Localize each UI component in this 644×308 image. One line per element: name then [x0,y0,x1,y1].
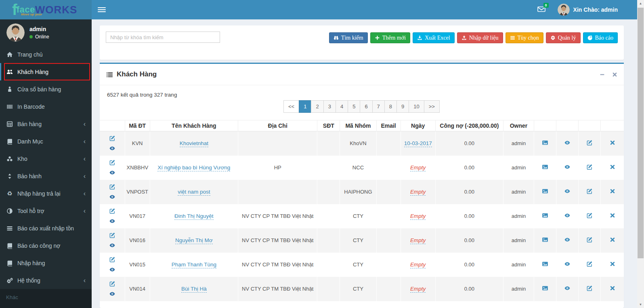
sidebar-item-bao-cao-cong-no[interactable]: Báo cáo công nợ [0,237,92,254]
nhap-du-lieu-button[interactable]: Nhập dữ liệu [457,32,503,43]
pagination-next[interactable]: >> [424,100,440,113]
image-icon[interactable] [542,188,548,194]
date-empty-link[interactable]: Empty [410,165,426,171]
date-empty-link[interactable]: Empty [410,237,426,244]
pagination-page-7[interactable]: 7 [372,100,385,113]
eye-icon[interactable] [564,164,571,170]
image-icon[interactable] [542,261,548,267]
edit-icon[interactable] [109,232,115,238]
edit-icon[interactable] [109,281,115,287]
eye-icon[interactable] [109,291,115,297]
customer-name-link[interactable]: Bùi Thị Hà [181,286,207,293]
edit-icon[interactable] [586,285,593,291]
close-panel-icon[interactable] [612,72,617,77]
quan-ly-button[interactable]: Quản lý [546,32,581,43]
edit-icon[interactable] [586,164,593,170]
sidebar-item-in-barcode[interactable]: In Barcode [0,98,92,115]
minimize-icon[interactable] [600,72,605,77]
image-icon[interactable] [542,236,548,243]
eye-icon[interactable] [564,139,571,146]
scrollbar-thumb[interactable] [638,8,644,258]
sidebar-item-danh-muc[interactable]: Danh Mục‹ [0,133,92,150]
sidebar-item-khach-hang[interactable]: Khách Hàng [0,63,92,80]
user-menu-avatar[interactable] [558,4,570,16]
tim-kiem-button[interactable]: Tìm kiếm [329,32,368,43]
close-icon[interactable] [610,285,615,291]
edit-icon[interactable] [586,139,593,146]
image-icon[interactable] [542,139,548,146]
eye-icon[interactable] [109,266,115,273]
edit-icon[interactable] [586,236,593,243]
close-icon[interactable] [610,213,615,218]
brand-logo[interactable]: f face WORKS Move up your [0,0,92,19]
pagination-page-6[interactable]: 6 [360,100,372,113]
pagination-page-2[interactable]: 2 [311,100,323,113]
pagination-page-1[interactable]: 1 [299,100,311,113]
eye-icon[interactable] [564,236,571,243]
image-icon[interactable] [542,164,548,170]
edit-icon[interactable] [586,212,593,219]
user-greeting[interactable]: Xin Chào: admin [573,6,618,13]
pagination-page-5[interactable]: 5 [348,100,360,113]
customer-name-link[interactable]: Phạm Thanh Tùng [172,262,216,268]
tuy-chon-button[interactable]: Tùy chọn [506,32,543,43]
edit-icon[interactable] [586,188,593,194]
close-icon[interactable] [610,237,615,243]
close-icon[interactable] [610,261,615,267]
date-empty-link[interactable]: Empty [410,213,426,220]
eye-icon[interactable] [109,194,115,200]
close-icon[interactable] [610,140,615,146]
pagination-page-4[interactable]: 4 [336,100,348,113]
sidebar-item-cua-so-ban-hang[interactable]: Cửa sổ bán hàng [0,80,92,98]
eye-icon[interactable] [564,188,571,194]
customer-name-link[interactable]: Nguyễn Thị Mơ [175,237,213,244]
pagination-page-9[interactable]: 9 [396,100,409,113]
edit-icon[interactable] [109,208,115,214]
customer-name-link[interactable]: Khovietnhat [180,140,208,147]
eye-icon[interactable] [564,261,571,267]
them-moi-button[interactable]: Thêm mới [370,32,410,43]
edit-icon[interactable] [109,184,115,190]
eye-icon[interactable] [564,212,571,219]
bao-cao-button[interactable]: Báo cáo [583,32,618,43]
sidebar-item-bao-cao-xuat-nhap-ton[interactable]: Báo cáo xuất nhập tồn [0,219,92,237]
eye-icon[interactable] [109,218,115,224]
edit-icon[interactable] [109,135,115,141]
sidebar-item-ban-hang[interactable]: Bán hàng‹ [0,115,92,133]
sidebar-item-kho[interactable]: Kho‹ [0,150,92,167]
close-icon[interactable] [610,188,615,194]
sidebar-item-tool-ho-tro[interactable]: Tool hỗ trợ‹ [0,202,92,219]
date-empty-link[interactable]: Empty [410,189,426,196]
close-icon[interactable] [610,164,615,170]
date-empty-link[interactable]: Empty [410,262,426,268]
edit-icon[interactable] [109,159,115,166]
customer-name-link[interactable]: Đinh Thị Nguyệt [174,213,214,220]
eye-icon[interactable] [564,285,571,291]
sidebar-item-trang-chu[interactable]: Trang chủ [0,46,92,63]
date-empty-link[interactable]: Empty [410,286,426,293]
customer-name-link[interactable]: việt nam post [178,189,210,196]
pagination-page-10[interactable]: 10 [409,100,424,113]
pagination-page-3[interactable]: 3 [323,100,336,113]
scroll-up-icon[interactable]: ▲ [637,0,644,7]
customer-name-link[interactable]: Xí nghiệp bao bì Hùng Vương [157,165,230,171]
xuat-excel-button[interactable]: Xuất Excel [413,32,455,43]
image-icon[interactable] [542,285,548,291]
sidebar-item-he-thong[interactable]: Hệ thống‹ [0,272,92,289]
date-link[interactable]: 10-03-2017 [404,140,432,147]
pagination-page-8[interactable]: 8 [384,100,397,113]
sidebar-item-bao-hanh[interactable]: Bảo hành‹ [0,167,92,185]
eye-icon[interactable] [109,145,115,152]
eye-icon[interactable] [109,169,115,176]
edit-icon[interactable] [109,256,115,263]
image-icon[interactable] [542,212,548,219]
search-input[interactable] [106,32,220,43]
eye-icon[interactable] [109,242,115,249]
scroll-down-icon[interactable]: ▼ [637,301,644,308]
messages-button[interactable]: 0 [537,6,545,14]
pagination-prev[interactable]: << [283,100,299,113]
sidebar-toggle-icon[interactable] [98,7,106,12]
sidebar-item-nhap-hang[interactable]: Nhập hàng [0,254,92,272]
sidebar-item-nhap-hang-tra-lai[interactable]: ♻Nhập hàng trả lại‹ [0,185,92,202]
edit-icon[interactable] [586,261,593,267]
